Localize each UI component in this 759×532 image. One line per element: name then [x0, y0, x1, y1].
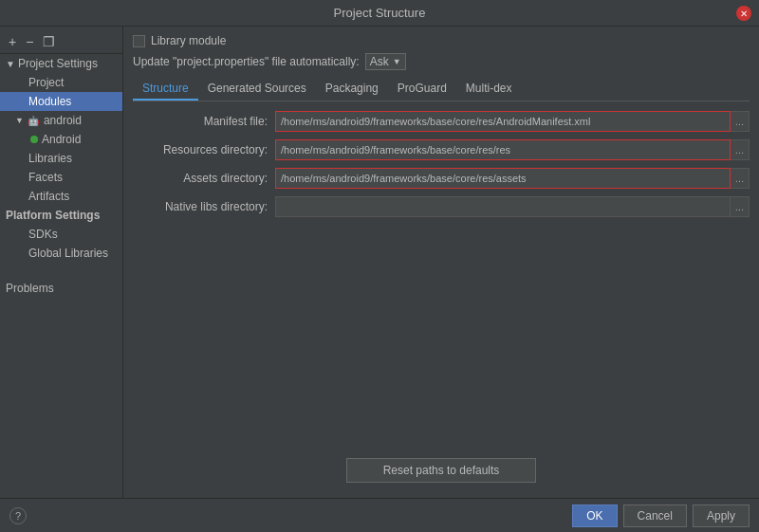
tab-multi-dex[interactable]: Multi-dex	[456, 78, 522, 101]
tree-arrow-icon: ▼	[15, 116, 24, 125]
resources-input[interactable]	[275, 139, 731, 160]
close-button[interactable]: ✕	[736, 6, 751, 21]
library-module-checkbox[interactable]	[133, 35, 145, 47]
chevron-down-icon: ▼	[393, 57, 401, 66]
sidebar-item-project[interactable]: Project	[0, 73, 122, 92]
platform-settings-header[interactable]: Platform Settings	[0, 206, 122, 225]
sidebar-toolbar: + − ❐	[0, 30, 122, 54]
reset-btn-container: Reset paths to defaults	[133, 439, 750, 490]
remove-button[interactable]: −	[23, 34, 36, 49]
library-module-row: Library module	[133, 34, 750, 47]
update-dropdown[interactable]: Ask ▼	[365, 53, 406, 70]
cancel-button[interactable]: Cancel	[623, 504, 687, 527]
sidebar-item-modules[interactable]: Modules	[0, 92, 122, 111]
sidebar-android-sub[interactable]: Android	[0, 130, 122, 149]
android-icon: 🤖	[27, 114, 40, 127]
assets-field-row: Assets directory: …	[133, 168, 750, 189]
project-settings-header[interactable]: ▼ Project Settings	[0, 54, 122, 73]
tab-structure[interactable]: Structure	[133, 78, 198, 101]
ok-button[interactable]: OK	[572, 504, 617, 527]
tab-proguard[interactable]: ProGuard	[388, 78, 456, 101]
sidebar: + − ❐ ▼ Project Settings Project Modules…	[0, 27, 123, 498]
sidebar-item-problems[interactable]: Problems	[0, 263, 122, 298]
sidebar-android-tree[interactable]: ▼ 🤖 android	[0, 111, 122, 130]
sidebar-item-artifacts[interactable]: Artifacts	[0, 187, 122, 206]
assets-label: Assets directory:	[133, 172, 275, 185]
android-label: android	[44, 114, 82, 127]
platform-settings-label: Platform Settings	[6, 209, 100, 222]
sidebar-item-libraries[interactable]: Libraries	[0, 149, 122, 168]
apply-button[interactable]: Apply	[693, 504, 750, 527]
android-sub-label: Android	[42, 133, 81, 146]
sidebar-item-sdks[interactable]: SDKs	[0, 225, 122, 244]
title-bar: Project Structure ✕	[0, 0, 759, 27]
tab-generated-sources[interactable]: Generated Sources	[198, 78, 316, 101]
resources-field-row: Resources directory: …	[133, 139, 750, 160]
main-container: + − ❐ ▼ Project Settings Project Modules…	[0, 27, 759, 498]
dropdown-value: Ask	[370, 55, 389, 68]
manifest-label: Manifest file:	[133, 115, 275, 128]
dialog-title: Project Structure	[334, 6, 426, 20]
help-button[interactable]: ?	[9, 507, 27, 524]
manifest-field-row: Manifest file: …	[133, 111, 750, 132]
native-libs-field-row: Native libs directory: …	[133, 196, 750, 217]
reset-paths-button[interactable]: Reset paths to defaults	[346, 458, 536, 483]
library-module-label: Library module	[151, 34, 226, 47]
tabs-row: Structure Generated Sources Packaging Pr…	[133, 78, 750, 101]
native-libs-label: Native libs directory:	[133, 200, 275, 213]
copy-button[interactable]: ❐	[40, 34, 58, 49]
assets-input[interactable]	[275, 168, 731, 189]
update-label: Update "project.properties" file automat…	[133, 55, 360, 68]
manifest-browse-btn[interactable]: …	[731, 111, 750, 132]
content-area: Library module Update "project.propertie…	[123, 27, 759, 498]
arrow-icon: ▼	[6, 59, 15, 69]
green-dot-icon	[30, 136, 38, 143]
project-settings-label: Project Settings	[18, 57, 98, 70]
native-libs-input[interactable]	[275, 196, 731, 217]
sidebar-item-facets[interactable]: Facets	[0, 168, 122, 187]
assets-browse-btn[interactable]: …	[731, 168, 750, 189]
add-button[interactable]: +	[6, 34, 19, 49]
bottom-bar: ? OK Cancel Apply	[0, 498, 759, 532]
update-row: Update "project.properties" file automat…	[133, 53, 750, 70]
sidebar-item-global-libraries[interactable]: Global Libraries	[0, 244, 122, 263]
resources-browse-btn[interactable]: …	[731, 139, 750, 160]
tab-packaging[interactable]: Packaging	[316, 78, 388, 101]
native-libs-browse-btn[interactable]: …	[731, 196, 750, 217]
resources-label: Resources directory:	[133, 143, 275, 156]
manifest-input[interactable]	[275, 111, 731, 132]
